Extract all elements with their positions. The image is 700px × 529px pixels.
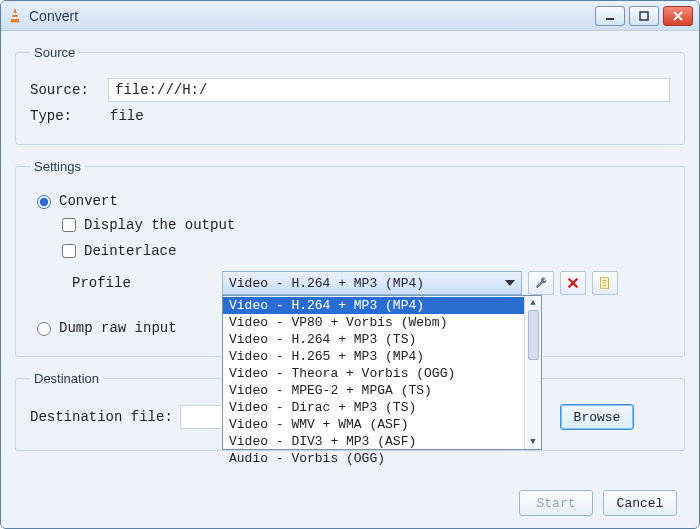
profile-option[interactable]: Audio - Vorbis (OGG) [223,450,524,467]
svg-rect-2 [12,17,18,19]
svg-marker-0 [11,9,19,22]
profile-selected-value: Video - H.264 + MP3 (MP4) [229,276,424,291]
svg-rect-1 [13,13,17,15]
chevron-down-icon [505,280,515,286]
wrench-icon [534,276,548,290]
scroll-down-icon[interactable]: ▼ [530,437,535,447]
new-profile-button[interactable] [592,271,618,295]
convert-radio-label: Convert [59,193,118,209]
start-button[interactable]: Start [519,490,593,516]
browse-button[interactable]: Browse [560,404,634,430]
profile-option[interactable]: Video - Dirac + MP3 (TS) [223,399,524,416]
dropdown-scrollbar[interactable]: ▲ ▼ [524,296,541,449]
destination-file-label: Destination file: [30,409,180,425]
profile-option[interactable]: Video - H.264 + MP3 (TS) [223,331,524,348]
convert-radio-row[interactable]: Convert [32,192,670,209]
maximize-button[interactable] [629,6,659,26]
source-group: Source Source: Type: file [15,45,685,145]
dump-raw-label: Dump raw input [59,320,177,336]
profile-dropdown-list[interactable]: Video - H.264 + MP3 (MP4)Video - VP80 + … [222,295,542,450]
profile-combobox[interactable]: Video - H.264 + MP3 (MP4) [222,271,522,295]
type-label: Type: [30,108,108,124]
delete-profile-button[interactable] [560,271,586,295]
profile-option[interactable]: Video - MPEG-2 + MPGA (TS) [223,382,524,399]
profile-option[interactable]: Video - VP80 + Vorbis (Webm) [223,314,524,331]
titlebar[interactable]: Convert [1,1,699,31]
deinterlace-row[interactable]: Deinterlace [58,241,670,261]
display-output-row[interactable]: Display the output [58,215,670,235]
close-icon [673,11,683,21]
profile-option[interactable]: Video - Theora + Vorbis (OGG) [223,365,524,382]
svg-rect-4 [640,12,648,20]
new-file-icon [598,276,612,290]
source-label: Source: [30,82,108,98]
display-output-label: Display the output [84,217,235,233]
convert-dialog: Convert Source Source: Type: file [0,0,700,529]
profile-row: Profile Video - H.264 + MP3 (MP4) Video … [72,271,670,295]
vlc-icon [7,8,23,24]
maximize-icon [639,11,649,21]
deinterlace-label: Deinterlace [84,243,176,259]
delete-x-icon [566,276,580,290]
minimize-button[interactable] [595,6,625,26]
type-value: file [108,108,144,124]
profile-option[interactable]: Video - H.264 + MP3 (MP4) [223,297,524,314]
dialog-footer: Start Cancel [519,490,677,516]
window-controls [595,6,693,26]
scroll-up-icon[interactable]: ▲ [530,298,535,308]
settings-group: Settings Convert Display the output Dein… [15,159,685,357]
scroll-thumb[interactable] [528,310,539,360]
close-button[interactable] [663,6,693,26]
profile-option[interactable]: Video - DIV3 + MP3 (ASF) [223,433,524,450]
cancel-button[interactable]: Cancel [603,490,677,516]
source-legend: Source [30,45,79,60]
destination-legend: Destination [30,371,103,386]
dialog-content: Source Source: Type: file Settings Conve… [1,31,699,528]
window-title: Convert [29,8,78,24]
minimize-icon [605,11,615,21]
profile-label: Profile [72,275,222,291]
convert-radio[interactable] [37,195,51,209]
source-input[interactable] [108,78,670,102]
display-output-checkbox[interactable] [62,218,76,232]
dump-raw-radio[interactable] [37,322,51,336]
profile-option[interactable]: Video - WMV + WMA (ASF) [223,416,524,433]
deinterlace-checkbox[interactable] [62,244,76,258]
settings-legend: Settings [30,159,85,174]
svg-rect-3 [606,18,614,20]
profile-option[interactable]: Video - H.265 + MP3 (MP4) [223,348,524,365]
profile-combo-wrap: Video - H.264 + MP3 (MP4) Video - H.264 … [222,271,522,295]
edit-profile-button[interactable] [528,271,554,295]
